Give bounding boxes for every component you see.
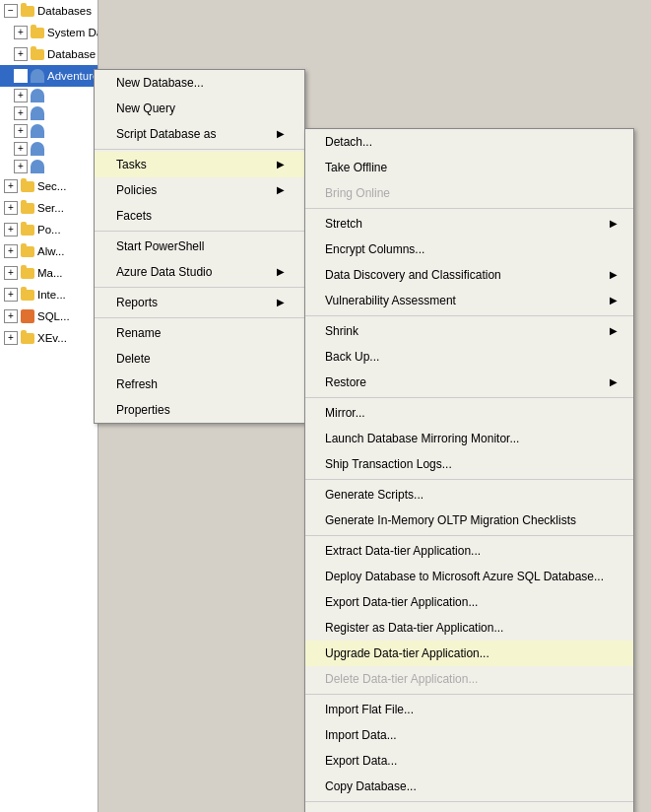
ctx-script-database[interactable]: Script Database as ▶	[95, 121, 304, 147]
expander-databases[interactable]: −	[4, 4, 18, 18]
expander-policies[interactable]: +	[4, 223, 18, 237]
tree-item-db6[interactable]: +	[0, 122, 98, 140]
ctx-policies[interactable]: Policies ▶	[95, 177, 304, 203]
ctx-detach[interactable]: Detach...	[305, 129, 633, 155]
ctx-facets[interactable]: Facets	[95, 203, 304, 229]
ctx-data-discovery[interactable]: Data Discovery and Classification ▶	[305, 262, 633, 288]
ctx-generate-inmemory[interactable]: Generate In-Memory OLTP Migration Checkl…	[305, 508, 633, 533]
tree-item-db7[interactable]: +	[0, 140, 98, 158]
ctx-backup[interactable]: Back Up...	[305, 344, 633, 370]
expander-alwayson[interactable]: +	[4, 244, 18, 258]
tree-item-databases[interactable]: − Databases	[0, 0, 98, 22]
expander-snapshots[interactable]: +	[14, 47, 28, 61]
context-menu-left: New Database... New Query Script Databas…	[94, 69, 305, 424]
ctx-shrink-label: Shrink	[325, 322, 358, 340]
ctx-properties[interactable]: Properties	[95, 397, 304, 423]
ctx-encrypt-columns[interactable]: Encrypt Columns...	[305, 237, 633, 262]
expander-xevents[interactable]: +	[4, 331, 18, 345]
ctx-new-query-label: New Query	[116, 100, 175, 117]
ctx-delete[interactable]: Delete	[95, 346, 304, 372]
expander-system-db[interactable]: +	[14, 26, 28, 39]
ctx-delete-label: Delete	[116, 350, 151, 368]
ctx-separator-3	[95, 287, 304, 288]
tree-item-system-databases[interactable]: + System Databases	[0, 22, 98, 43]
tree-item-db4[interactable]: +	[0, 87, 98, 104]
expander-security[interactable]: +	[4, 179, 18, 193]
ctx-rename[interactable]: Rename	[95, 320, 304, 346]
ctx-stretch[interactable]: Stretch ▶	[305, 211, 633, 237]
ctx-bring-online[interactable]: Bring Online	[305, 180, 633, 206]
tree-item-xevents[interactable]: + XEv...	[0, 327, 98, 349]
expander-server[interactable]: +	[4, 201, 18, 215]
expander-adventureworks[interactable]: +	[14, 69, 28, 83]
expander-db5[interactable]: +	[14, 106, 28, 120]
db-icon-sql	[21, 309, 34, 323]
ctx-generate-scripts-label: Generate Scripts...	[325, 486, 423, 504]
expander-sql[interactable]: +	[4, 309, 18, 323]
ctx-export-datatier[interactable]: Export Data-tier Application...	[305, 589, 633, 615]
folder-icon-server	[21, 203, 34, 214]
ctx-copy-database[interactable]: Copy Database...	[305, 774, 633, 799]
ctx-rename-label: Rename	[116, 324, 161, 342]
tree-item-db5[interactable]: +	[0, 104, 98, 122]
ctx-separator-4	[95, 317, 304, 318]
tree-item-server[interactable]: + Ser...	[0, 197, 98, 219]
ctx-restore[interactable]: Restore ▶	[305, 370, 633, 395]
ctx-import-flat[interactable]: Import Flat File...	[305, 697, 633, 722]
tree-label-policies: Po...	[37, 221, 61, 238]
tree-item-security[interactable]: + Sec...	[0, 175, 98, 197]
ctx-start-powershell[interactable]: Start PowerShell	[95, 234, 304, 259]
tree-label-security: Sec...	[37, 177, 66, 195]
tree-item-db8[interactable]: +	[0, 158, 98, 175]
tree-item-db-snapshots[interactable]: + Database Snapshots	[0, 43, 98, 65]
ctx-script-database-label: Script Database as	[116, 125, 216, 143]
tree-label-adventureworks: AdventureWorks2019	[47, 67, 98, 85]
tree-item-adventureworks[interactable]: + AdventureWorks2019	[0, 65, 98, 87]
ctx-vulnerability[interactable]: Vulnerability Assessment ▶	[305, 288, 633, 313]
ctx-azure-label: Azure Data Studio	[116, 263, 212, 281]
ctx-register-datatier[interactable]: Register as Data-tier Application...	[305, 615, 633, 641]
tree-label-server: Ser...	[37, 199, 64, 217]
ctx-upgrade-datatier[interactable]: Upgrade Data-tier Application...	[305, 641, 633, 666]
expander-db6[interactable]: +	[14, 124, 28, 138]
ctx-generate-scripts[interactable]: Generate Scripts...	[305, 482, 633, 508]
ctx-delete-datatier[interactable]: Delete Data-tier Application...	[305, 666, 633, 692]
ctx-extract-datatier[interactable]: Extract Data-tier Application...	[305, 538, 633, 564]
ctx-tasks[interactable]: Tasks ▶	[95, 152, 304, 177]
ctx-sep-r5	[305, 535, 633, 536]
ctx-mirroring-monitor-label: Launch Database Mirroring Monitor...	[325, 430, 519, 447]
ctx-azure-data-studio[interactable]: Azure Data Studio ▶	[95, 259, 304, 285]
ctx-manage-encryption[interactable]: Manage Database Encryption...	[305, 804, 633, 812]
ctx-ship-transaction[interactable]: Ship Transaction Logs...	[305, 451, 633, 477]
ctx-refresh[interactable]: Refresh	[95, 372, 304, 397]
ctx-reports[interactable]: Reports ▶	[95, 290, 304, 315]
tree-item-management[interactable]: + Ma...	[0, 262, 98, 284]
ctx-new-database[interactable]: New Database...	[95, 70, 304, 96]
ctx-shrink[interactable]: Shrink ▶	[305, 318, 633, 344]
ctx-data-discovery-arrow: ▶	[610, 266, 618, 284]
ctx-new-query[interactable]: New Query	[95, 96, 304, 121]
ctx-mirror[interactable]: Mirror...	[305, 400, 633, 426]
ctx-mirror-label: Mirror...	[325, 404, 365, 422]
tree-panel: − Databases + System Databases + Databas…	[0, 0, 98, 812]
ctx-export-data[interactable]: Export Data...	[305, 748, 633, 774]
ctx-new-database-label: New Database...	[116, 74, 204, 92]
ctx-mirroring-monitor[interactable]: Launch Database Mirroring Monitor...	[305, 426, 633, 451]
tree-item-sql[interactable]: + SQL...	[0, 305, 98, 327]
expander-db7[interactable]: +	[14, 142, 28, 156]
ctx-deploy-azure[interactable]: Deploy Database to Microsoft Azure SQL D…	[305, 564, 633, 589]
expander-management[interactable]: +	[4, 266, 18, 280]
ctx-data-discovery-label: Data Discovery and Classification	[325, 266, 501, 284]
db-icon-7	[31, 142, 44, 156]
ctx-import-data[interactable]: Import Data...	[305, 722, 633, 748]
tree-item-policies[interactable]: + Po...	[0, 219, 98, 240]
ctx-bring-online-label: Bring Online	[325, 184, 390, 202]
tree-item-alwayson[interactable]: + Alw...	[0, 240, 98, 262]
ctx-register-label: Register as Data-tier Application...	[325, 619, 503, 637]
ctx-azure-arrow: ▶	[277, 263, 285, 281]
ctx-take-offline[interactable]: Take Offline	[305, 155, 633, 180]
expander-db4[interactable]: +	[14, 89, 28, 102]
expander-db8[interactable]: +	[14, 160, 28, 173]
expander-integration[interactable]: +	[4, 288, 18, 302]
tree-item-integration[interactable]: + Inte...	[0, 284, 98, 305]
